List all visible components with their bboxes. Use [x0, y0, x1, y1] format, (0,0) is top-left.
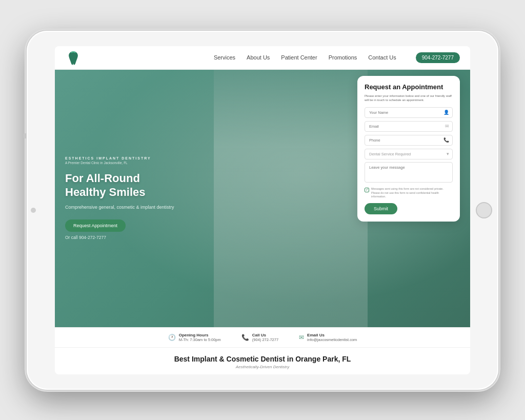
phone-input[interactable]	[365, 135, 453, 146]
service-field-wrapper: Dental Service Required ▾	[365, 148, 453, 159]
bottom-section: Best Implant & Cosmetic Dentist in Orang…	[55, 347, 470, 374]
hero-description: Comprehensive general, cosmetic & implan…	[65, 204, 273, 211]
nav-links: Services About Us Patient Center Promoti…	[214, 52, 460, 63]
appointment-description: Please enter your information below and …	[365, 94, 453, 103]
message-textarea[interactable]	[365, 162, 453, 183]
logo-icon	[65, 49, 82, 66]
appointment-card: Request an Appointment Please enter your…	[357, 76, 460, 222]
bottom-title: Best Implant & Cosmetic Dentist in Orang…	[65, 355, 460, 363]
disclaimer-checkbox[interactable]: ✓	[365, 188, 369, 192]
opening-hours-label: Opening Hours	[179, 333, 221, 337]
phone-icon: 📞	[443, 137, 449, 143]
disclaimer-text: Messages sent using this form are not co…	[371, 187, 453, 199]
call-us-value: (904) 272-7277	[252, 337, 278, 342]
clinic-name: ESTHETICS IMPLANT DENTISTRY	[65, 156, 273, 160]
hero-call-text: Or call 904-272-7277	[65, 235, 273, 240]
clock-icon: 🕐	[168, 334, 176, 341]
nav-services[interactable]: Services	[214, 54, 235, 61]
screen: Services About Us Patient Center Promoti…	[55, 46, 470, 374]
logo-area	[65, 49, 82, 66]
clinic-tagline: A Premier Dental Clinic in Jacksonville,…	[65, 161, 273, 165]
call-us-item: 📞 Call Us (904) 272-7277	[241, 333, 278, 342]
info-bar: 🕐 Opening Hours M-Th: 7:30am to 5:00pm 📞…	[55, 327, 470, 347]
ipad-side-button	[31, 208, 36, 213]
submit-button[interactable]: Submit	[365, 203, 397, 214]
hero-headline: For All-Round Healthy Smiles	[65, 172, 273, 199]
opening-hours-value: M-Th: 7:30am to 5:00pm	[179, 337, 221, 342]
request-appointment-button[interactable]: Request Appointment	[65, 219, 126, 232]
name-field-wrapper: 👤	[365, 107, 453, 118]
nav-patient-center[interactable]: Patient Center	[281, 54, 317, 61]
phone-field-wrapper: 📞	[365, 134, 453, 146]
mail-icon: ✉	[299, 334, 304, 341]
message-field-wrapper	[365, 162, 453, 185]
call-us-label: Call Us	[252, 333, 278, 337]
chevron-down-icon: ▾	[447, 151, 449, 156]
email-us-value: info@jaxcosmeticdentist.com	[307, 337, 357, 342]
nav-about[interactable]: About Us	[247, 54, 270, 61]
service-select[interactable]: Dental Service Required	[365, 149, 453, 159]
user-icon: 👤	[443, 110, 449, 115]
email-field-wrapper: ✉	[365, 121, 453, 132]
ipad-frame: Services About Us Patient Center Promoti…	[27, 31, 498, 390]
appointment-title: Request an Appointment	[365, 83, 453, 91]
disclaimer-section: ✓ Messages sent using this form are not …	[365, 187, 453, 199]
nav-promotions[interactable]: Promotions	[329, 54, 357, 61]
hero-section: ESTHETICS IMPLANT DENTISTRY A Premier De…	[55, 70, 470, 327]
email-input[interactable]	[365, 121, 453, 132]
email-us-label: Email Us	[307, 333, 357, 337]
ipad-home-button	[476, 202, 492, 218]
bottom-subtitle: Aesthetically-Driven Dentistry	[65, 365, 460, 369]
nav-phone-button[interactable]: 904-272-7277	[416, 52, 460, 63]
name-input[interactable]	[365, 107, 453, 118]
hero-content: ESTHETICS IMPLANT DENTISTRY A Premier De…	[55, 70, 284, 327]
navigation: Services About Us Patient Center Promoti…	[55, 46, 470, 70]
nav-contact[interactable]: Contact Us	[368, 54, 396, 61]
phone-icon: 📞	[241, 334, 249, 341]
email-icon: ✉	[445, 124, 449, 129]
email-us-item: ✉ Email Us info@jaxcosmeticdentist.com	[299, 333, 357, 342]
opening-hours-item: 🕐 Opening Hours M-Th: 7:30am to 5:00pm	[168, 333, 221, 342]
